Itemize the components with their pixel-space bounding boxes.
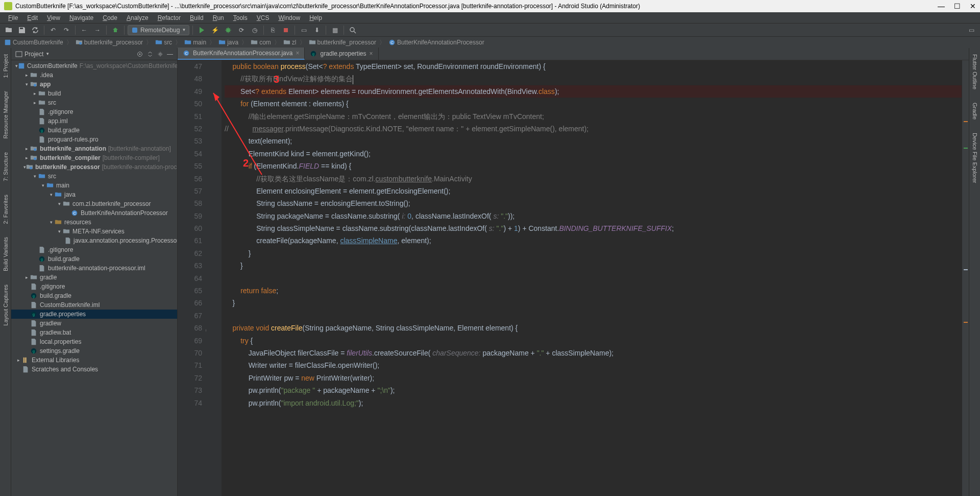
editor[interactable]: 47o4849505152535455565758596061626364656… (178, 60, 969, 496)
tree-row[interactable]: app.iml (11, 116, 177, 126)
search-button[interactable] (347, 25, 358, 36)
tree-row[interactable]: ▸.idea (11, 70, 177, 80)
tree-row[interactable]: ▸External Libraries (11, 356, 177, 365)
open-button[interactable] (3, 25, 14, 36)
tree-row[interactable]: ▸build (11, 89, 177, 98)
redo-button[interactable]: ↷ (61, 25, 72, 36)
tree-row[interactable]: CButterKnifeAnnotationProcessor (11, 208, 177, 218)
coverage-button[interactable]: ⟳ (236, 25, 247, 36)
breadcrumb-item[interactable]: zl (283, 39, 297, 46)
profiler-button[interactable]: ◷ (249, 25, 260, 36)
tree-row[interactable]: gbuild.gradle (11, 291, 177, 300)
stop-button[interactable] (280, 25, 291, 36)
breadcrumb-item[interactable]: src (155, 39, 172, 46)
rail-tab[interactable]: Gradle (971, 99, 979, 124)
tree-row[interactable]: ▾app (11, 80, 177, 89)
debug-button[interactable] (223, 25, 234, 36)
close-tab-icon[interactable]: × (296, 50, 299, 57)
menu-refactor[interactable]: Refactor (154, 13, 185, 22)
tree-row[interactable]: javax.annotation.processing.Processor (11, 236, 177, 245)
editor-tab[interactable]: ggradle.properties× (305, 48, 378, 60)
editor-tab[interactable]: CButterKnifeAnnotationProcessor.java× (178, 48, 305, 60)
undo-button[interactable]: ↶ (47, 25, 59, 36)
back-button[interactable]: ← (79, 25, 90, 36)
fold-column[interactable] (206, 60, 222, 496)
tree-row[interactable]: ▸butterknife_annotation[butterknife-anno… (11, 144, 177, 153)
tree-row[interactable]: ▾java (11, 190, 177, 199)
menu-window[interactable]: Window (274, 13, 304, 22)
rail-tab[interactable]: Build Variants (2, 233, 10, 275)
attach-debugger-button[interactable]: ⎘ (267, 25, 278, 36)
avd-manager-button[interactable]: ▭ (298, 25, 309, 36)
tree-row[interactable]: ggradle.properties (11, 310, 177, 319)
breadcrumb-item[interactable]: CustomButterknife (4, 39, 63, 46)
tree-row[interactable]: ▸butterknife_compiler[butterknife-compil… (11, 153, 177, 162)
tree-row[interactable]: gsettings.gradle (11, 346, 177, 356)
code-area[interactable]: public boolean process(Set<? extends Typ… (222, 60, 962, 496)
notifications-button[interactable]: ▭ (966, 25, 977, 36)
tree-row[interactable]: ▾resources (11, 218, 177, 227)
gutter[interactable]: 47o4849505152535455565758596061626364656… (178, 60, 206, 496)
tree-row[interactable]: ▸gradle (11, 273, 177, 282)
breadcrumb-item[interactable]: butterknife_processor (76, 39, 143, 46)
forward-button[interactable]: → (92, 25, 103, 36)
breadcrumb-item[interactable]: butterknife_processor (309, 39, 376, 46)
tree-row[interactable]: .gitignore (11, 282, 177, 291)
rail-tab[interactable]: Layout Captures (2, 280, 10, 330)
rail-tab[interactable]: Resource Manager (2, 87, 10, 143)
tree-row[interactable]: local.properties (11, 337, 177, 346)
expand-all-icon[interactable] (146, 51, 154, 58)
gear-icon[interactable] (157, 51, 164, 58)
rail-tab[interactable]: Flutter Outline (971, 50, 979, 93)
run-configuration-dropdown[interactable]: RemoteDebug ▼ (128, 25, 189, 35)
tree-row[interactable]: .gitignore (11, 107, 177, 116)
menu-help[interactable]: Help (305, 13, 326, 22)
tree-row[interactable]: proguard-rules.pro (11, 135, 177, 144)
tree-row[interactable]: ▾com.zl.butterknife_processor (11, 199, 177, 208)
tree-row[interactable]: ▾src (11, 172, 177, 181)
tree-row[interactable]: butterknife-annotation-processor.iml (11, 264, 177, 273)
menu-analyze[interactable]: Analyze (122, 13, 153, 22)
tree-row[interactable]: .gitignore (11, 245, 177, 254)
close-tab-icon[interactable]: × (370, 50, 373, 57)
menu-edit[interactable]: Edit (23, 13, 42, 22)
run-button[interactable] (196, 25, 207, 36)
tree-row[interactable]: ▾main (11, 181, 177, 190)
build-button[interactable] (110, 25, 121, 36)
project-structure-button[interactable]: ▦ (329, 25, 340, 36)
tree-row[interactable]: ▾butterknife_processor[butterknife-annot… (11, 162, 177, 172)
tree-row[interactable]: gbuild.gradle (11, 126, 177, 135)
rail-tab[interactable]: 1: Project (2, 50, 10, 82)
menu-run[interactable]: Run (209, 13, 228, 22)
tree-row[interactable]: gradlew (11, 319, 177, 328)
menu-build[interactable]: Build (186, 13, 208, 22)
rail-tab[interactable]: 7: Structure (2, 148, 10, 185)
menu-vcs[interactable]: VCS (253, 13, 274, 22)
tree-row[interactable]: CustomButterknife.iml (11, 300, 177, 310)
menu-view[interactable]: View (43, 13, 64, 22)
minimize-button[interactable]: — (938, 2, 945, 10)
tree-row[interactable]: ▾META-INF.services (11, 227, 177, 236)
project-view-dropdown[interactable]: Project ▼ (15, 51, 50, 58)
breadcrumb-item[interactable]: com (251, 39, 271, 46)
close-button[interactable]: ✕ (970, 2, 976, 10)
scroll-strip[interactable] (962, 60, 969, 496)
tree-row[interactable]: ▸src (11, 98, 177, 107)
menu-tools[interactable]: Tools (229, 13, 252, 22)
sdk-manager-button[interactable]: ⬇ (311, 25, 323, 36)
breadcrumb-item[interactable]: main (184, 39, 206, 46)
breadcrumb-item[interactable]: java (218, 39, 238, 46)
menu-code[interactable]: Code (99, 13, 121, 22)
tree-row[interactable]: gbuild.gradle (11, 254, 177, 264)
maximize-button[interactable]: ☐ (954, 2, 961, 10)
save-button[interactable] (16, 25, 28, 36)
tree-row[interactable]: Scratches and Consoles (11, 365, 177, 374)
rail-tab[interactable]: Device File Explorer (971, 129, 979, 187)
hide-panel-icon[interactable]: — (167, 51, 173, 58)
apply-changes-button[interactable]: ⚡ (209, 25, 220, 36)
tree-row[interactable]: gradlew.bat (11, 328, 177, 337)
menu-navigate[interactable]: Navigate (65, 13, 97, 22)
breadcrumb-item[interactable]: CButterKnifeAnnotationProcessor (388, 39, 484, 46)
tree-row[interactable]: ▾CustomButterknifeF:\as_workspace\Custom… (11, 61, 177, 70)
locate-icon[interactable] (136, 51, 143, 58)
